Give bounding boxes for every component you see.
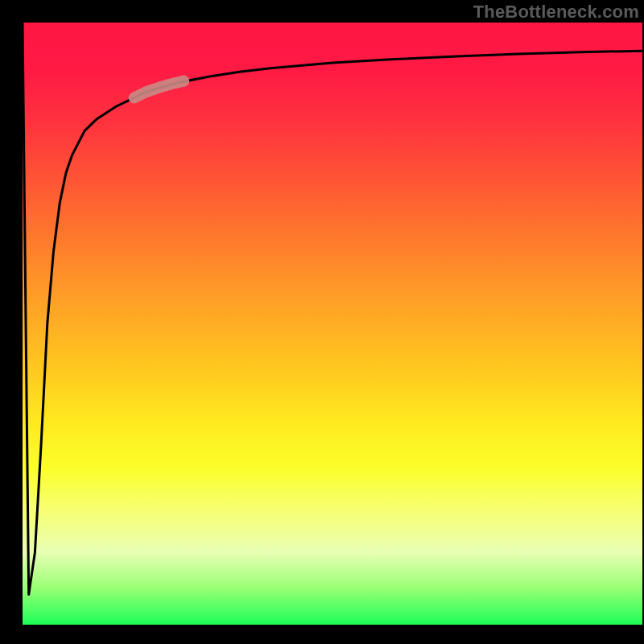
plot-area — [23, 23, 642, 625]
bottleneck-curve — [23, 23, 642, 595]
curve-svg — [23, 23, 642, 625]
chart-container: TheBottleneck.com — [0, 0, 644, 644]
highlight-segment — [134, 81, 184, 98]
watermark-text: TheBottleneck.com — [473, 2, 639, 23]
